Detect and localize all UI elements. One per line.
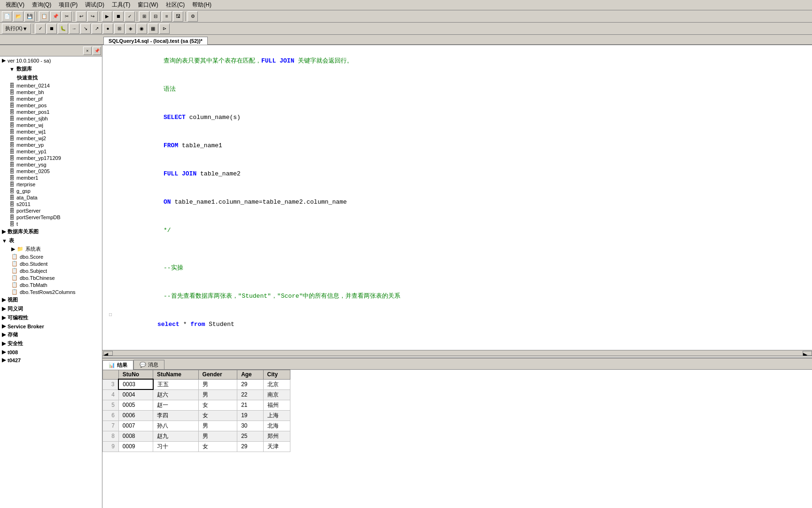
cell-stuno: 0005	[118, 400, 153, 410]
section-t008[interactable]: ▶ t008	[0, 348, 102, 356]
debug2-btn[interactable]: 🐛	[58, 24, 68, 34]
menu-debug[interactable]: 调试(D)	[81, 0, 108, 10]
section-storage[interactable]: ▶ 存储	[0, 330, 102, 339]
db-memberwj1[interactable]: 🗄 member_wj1	[0, 128, 102, 135]
file-btn[interactable]: 🖫	[173, 11, 183, 22]
db-memberpos[interactable]: 🗄 member_pos	[0, 102, 102, 109]
new-btn[interactable]: 📄	[2, 11, 12, 22]
toolbar2: 执行(X) ▼ ✓ ⏹ 🐛 → ↘ ↗ ● ⊞ ◈ ◉ ▦ ⊳	[0, 23, 812, 35]
grid-btn[interactable]: ⊟	[150, 11, 161, 22]
table-testrows[interactable]: 📋 dbo.TestRows2Columns	[0, 288, 102, 295]
tab-results[interactable]: 📊 结果	[102, 360, 133, 370]
stop2-btn[interactable]: ⏹	[47, 24, 57, 34]
open-btn[interactable]: 📂	[13, 11, 23, 22]
table-system[interactable]: ▶ 📁 系统表	[0, 245, 102, 253]
db-memberbh[interactable]: 🗄 member_bh	[0, 89, 102, 95]
paste-btn[interactable]: 📌	[50, 11, 61, 22]
execute-btn[interactable]: 执行(X) ▼	[2, 24, 31, 34]
cell-stuno: 0008	[118, 431, 153, 441]
menu-project[interactable]: 项目(P)	[55, 0, 81, 10]
table-row: 50005赵一女21福州	[103, 400, 290, 410]
db-memberyp171209[interactable]: 🗄 member_yp171209	[0, 155, 102, 161]
bp-btn[interactable]: ●	[103, 24, 113, 34]
db-icon7: 🗄	[9, 122, 15, 128]
section-rel[interactable]: ▶ 数据库关系图	[0, 227, 102, 236]
step-btn[interactable]: →	[69, 24, 79, 34]
db-memberyp1[interactable]: 🗄 member_yp1	[0, 148, 102, 155]
results-btn[interactable]: ⊞	[139, 11, 149, 22]
menu-tools[interactable]: 工具(T)	[108, 0, 134, 10]
db-portservertemp[interactable]: 🗄 portServerTempDB	[0, 214, 102, 221]
section-databases[interactable]: ▼ 数据库	[0, 64, 102, 73]
results-content[interactable]: StuNo StuName Gender Age City 30003王五男29…	[102, 370, 812, 508]
parse2-btn[interactable]: ✓	[35, 24, 46, 34]
db-member0205[interactable]: 🗄 member_0205	[0, 168, 102, 175]
menu-community[interactable]: 社区(C)	[162, 0, 189, 10]
horizontal-scrollbar[interactable]: ◀ ▶	[102, 350, 812, 356]
table-tbmath[interactable]: 📋 dbo.TbMath	[0, 281, 102, 288]
db-memberyp[interactable]: 🗄 member_yp	[0, 142, 102, 148]
misc-btn[interactable]: ⚙	[187, 11, 198, 22]
menu-view[interactable]: 视图(V)	[2, 0, 28, 10]
db-memberwj[interactable]: 🗄 member_wj	[0, 122, 102, 128]
menu-window[interactable]: 窗口(W)	[134, 0, 162, 10]
menu-query[interactable]: 查询(Q)	[28, 0, 55, 10]
db-memberpf[interactable]: 🗄 member_pf	[0, 95, 102, 102]
scroll-left-btn[interactable]: ◀	[103, 351, 113, 356]
db-memberysg[interactable]: 🗄 member_ysg	[0, 161, 102, 168]
misc5-btn[interactable]: ⊳	[159, 24, 170, 34]
tab-messages[interactable]: 💬 消息	[133, 360, 164, 369]
left-panel-close[interactable]: ×	[83, 47, 92, 55]
section-prog[interactable]: ▶ 可编程性	[0, 313, 102, 322]
db-portserver[interactable]: 🗄 portServer	[0, 207, 102, 214]
db-t[interactable]: 🗄 t	[0, 221, 102, 227]
collapse-marker-1[interactable]: □	[106, 310, 115, 320]
server-item[interactable]: ▶ ver 10.0.1600 - sa)	[0, 56, 102, 64]
code-line-syn4: ON table_name1.column_name=table_name2.c…	[102, 188, 812, 216]
code-editor[interactable]: 查询的表只要其中某个表存在匹配，FULL JOIN 关键字就会返回行。 语法 S…	[102, 45, 812, 350]
db-ggsp[interactable]: 🗄 g_gsp	[0, 188, 102, 194]
debug-btn[interactable]: ▶	[102, 11, 112, 22]
section-t0427[interactable]: ▶ t0427	[0, 356, 102, 364]
left-panel-pin[interactable]: 📌	[93, 47, 101, 55]
save-btn[interactable]: 💾	[24, 11, 35, 22]
section-security[interactable]: ▶ 安全性	[0, 339, 102, 348]
misc4-btn[interactable]: ▦	[148, 24, 158, 34]
db-member1[interactable]: 🗄 member1	[0, 175, 102, 181]
section-quickfind[interactable]: 快速查找	[0, 73, 102, 82]
scroll-right-btn[interactable]: ▶	[803, 351, 812, 356]
db-atadata[interactable]: 🗄 ata_Data	[0, 194, 102, 201]
db-memberpos1[interactable]: 🗄 member_pos1	[0, 109, 102, 115]
undo-btn[interactable]: ↩	[76, 11, 86, 22]
table-score[interactable]: 📋 dbo.Score	[0, 253, 102, 260]
step2-btn[interactable]: ↘	[80, 24, 91, 34]
db-membersjbh[interactable]: 🗄 member_sjbh	[0, 115, 102, 122]
db-member0214[interactable]: 🗄 member_0214	[0, 82, 102, 89]
db-enterprise[interactable]: 🗄 rterprise	[0, 181, 102, 188]
left-panel-content[interactable]: ▶ ver 10.0.1600 - sa) ▼ 数据库 快速查找 🗄 membe…	[0, 56, 102, 508]
step3-btn[interactable]: ↗	[92, 24, 102, 34]
table-student[interactable]: 📋 dbo.Student	[0, 260, 102, 267]
server-name-label: ver 10.0.1600 - sa)	[8, 58, 51, 64]
section-table[interactable]: ▼ 表	[0, 236, 102, 245]
table-tbchinese[interactable]: 📋 dbo.TbChinese	[0, 274, 102, 281]
copy-btn[interactable]: 📋	[39, 11, 49, 22]
misc2-btn[interactable]: ◈	[125, 24, 136, 34]
stop-btn[interactable]: ⏹	[113, 11, 124, 22]
win-btn[interactable]: ⊞	[114, 24, 125, 34]
misc3-btn[interactable]: ◉	[137, 24, 147, 34]
menu-help[interactable]: 帮助(H)	[188, 0, 215, 10]
section-synonym[interactable]: ▶ 同义词	[0, 304, 102, 313]
db-s2011[interactable]: 🗄 s2011	[0, 201, 102, 207]
section-service[interactable]: ▶ Service Broker	[0, 322, 102, 330]
table-subject[interactable]: 📋 dbo.Subject	[0, 267, 102, 274]
query-tab[interactable]: SQLQuery14.sql - (local).test (sa (52))*	[103, 37, 208, 45]
code-content-syn5: */	[115, 216, 808, 245]
text-btn[interactable]: ≡	[162, 11, 172, 22]
parse-btn[interactable]: ✓	[125, 11, 135, 22]
redo-btn[interactable]: ↪	[87, 11, 98, 22]
cut-btn[interactable]: ✂	[62, 11, 72, 22]
db-memberwj2[interactable]: 🗄 member_wj2	[0, 135, 102, 142]
section-view[interactable]: ▶ 视图	[0, 295, 102, 304]
sep5	[185, 12, 186, 21]
